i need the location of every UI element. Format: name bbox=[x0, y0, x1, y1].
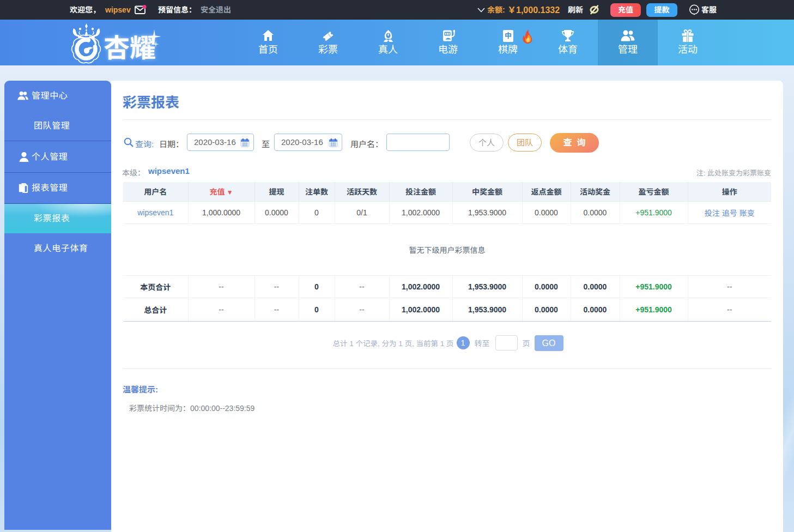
svg-text:中: 中 bbox=[504, 32, 511, 40]
